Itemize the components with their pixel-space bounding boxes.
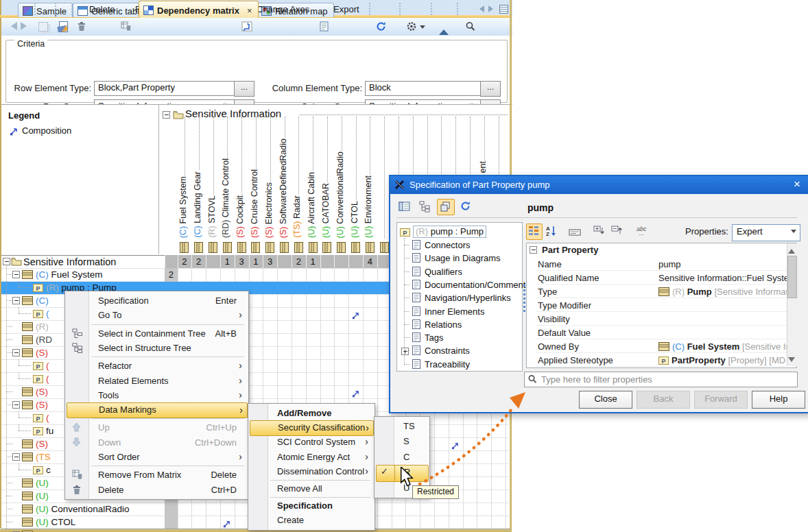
- menu-item-ts[interactable]: TS: [376, 419, 427, 434]
- menu-item-sci-control-system[interactable]: SCI Control System›: [250, 435, 372, 449]
- refresh-icon[interactable]: [376, 21, 387, 34]
- show-tree-icon[interactable]: [419, 201, 431, 215]
- dialog-titlebar[interactable]: Specification of Part Property pump ×: [390, 176, 808, 194]
- collapse-all-icon[interactable]: [611, 226, 623, 239]
- dialog-tree-item[interactable]: Connectors: [425, 240, 470, 250]
- property-value[interactable]: [658, 328, 787, 339]
- tree-expander[interactable]: [12, 453, 20, 461]
- property-value[interactable]: (C) Fuel System [Sensitive Informatio...: [658, 341, 787, 352]
- menu-item-refactor[interactable]: Refactor›: [67, 359, 246, 373]
- menu-item-security-classification[interactable]: Security Classification›: [250, 420, 374, 436]
- tab-list-icon[interactable]: [499, 5, 508, 14]
- menu-item-atomic-energy-act[interactable]: Atomic Energy Act›: [250, 450, 372, 464]
- column-header-11[interactable]: (U) ConventionalRadio: [335, 151, 345, 239]
- property-value[interactable]: [658, 300, 787, 311]
- tree-row-label[interactable]: (C): [36, 295, 49, 306]
- menu-item-s[interactable]: S: [376, 434, 427, 449]
- menu-item-select-in-structure-tree[interactable]: Select in Structure Tree: [67, 341, 246, 355]
- scrollbar-up-icon[interactable]: [788, 245, 795, 254]
- change-axes-button[interactable]: Change Axes: [257, 4, 309, 14]
- column-header-9[interactable]: (U) Aircraft Cabin: [307, 171, 316, 239]
- property-value[interactable]: PPartProperty [Property] [MD Customiz: [658, 355, 787, 366]
- tree-row-label[interactable]: (S): [36, 400, 48, 410]
- remove-from-matrix-icon[interactable]: [121, 21, 132, 34]
- sort-alphabetically-icon[interactable]: AZ: [545, 225, 556, 239]
- tree-row-label[interactable]: (: [46, 374, 49, 384]
- dialog-tree-item[interactable]: Inner Elements: [425, 306, 484, 317]
- menu-item-go-to[interactable]: Go To›: [67, 308, 246, 322]
- dialog-refresh-icon[interactable]: [460, 201, 471, 214]
- filter-field[interactable]: Type here to filter properties: [524, 372, 798, 387]
- tree-row-label[interactable]: (TS: [36, 452, 51, 462]
- tab-sample[interactable]: Sample: [18, 3, 73, 17]
- tab-dependency-matrix[interactable]: Dependency matrix ×: [139, 1, 259, 18]
- column-root-expander[interactable]: [163, 111, 170, 119]
- help-button[interactable]: Help: [752, 391, 805, 409]
- column-header-0[interactable]: (C) Fuel System: [178, 176, 188, 239]
- menu-item-select-in-containment-tree[interactable]: Select in Containment TreeAlt+B: [67, 326, 246, 341]
- menu-item-tools[interactable]: Tools›: [67, 388, 246, 402]
- menu-item-remove-from-matrix[interactable]: Remove From MatrixDelete: [67, 468, 246, 482]
- tree-row-label[interactable]: (U) Environment: [36, 530, 103, 532]
- row-element-type-field[interactable]: Block,Part Property: [94, 81, 235, 96]
- tree-row-label[interactable]: (U): [36, 478, 49, 488]
- tree-row-label[interactable]: c: [46, 465, 51, 475]
- tree-row-label[interactable]: (R): [36, 322, 49, 332]
- column-element-type-browse-button[interactable]: ...: [480, 81, 501, 97]
- menu-item-delete[interactable]: DeleteCtrl+D: [67, 483, 246, 497]
- tree-row-label[interactable]: (U) CTOL: [36, 517, 75, 527]
- group-expander[interactable]: [530, 246, 537, 254]
- group-view-icon-active[interactable]: [526, 223, 543, 240]
- export-button[interactable]: Export: [333, 4, 359, 14]
- properties-mode-select[interactable]: Expert: [732, 224, 800, 241]
- search-icon[interactable]: [465, 21, 475, 34]
- column-header-2[interactable]: (R) STOVL: [207, 195, 217, 239]
- tree-row-label[interactable]: (S): [36, 439, 48, 449]
- column-header-13[interactable]: (U) Environment: [364, 175, 373, 239]
- close-tab-icon[interactable]: ×: [247, 5, 252, 16]
- tree-row-label[interactable]: Sensitive Information: [23, 256, 116, 267]
- menu-item-remove-all[interactable]: Remove All: [250, 481, 372, 496]
- menu-item-dissemination-control[interactable]: Dissemination Control›: [250, 464, 372, 479]
- tree-row-label[interactable]: (RD: [36, 335, 52, 345]
- tab-scroll-left-icon[interactable]: [476, 5, 484, 12]
- tree-row-label[interactable]: (: [46, 309, 49, 319]
- show-form-icon[interactable]: [399, 201, 411, 215]
- back-icon[interactable]: [7, 22, 17, 30]
- tree-expander[interactable]: [12, 271, 20, 278]
- delete-icon[interactable]: [77, 21, 86, 34]
- collapse-criteria-icon[interactable]: [439, 25, 449, 35]
- tree-row-label[interactable]: (: [46, 361, 49, 371]
- dialog-tree-item[interactable]: Qualifiers: [425, 267, 462, 277]
- tree-row-label[interactable]: fu: [46, 426, 54, 436]
- column-header-1[interactable]: (C) Landing Gear: [193, 171, 202, 239]
- dialog-close-icon[interactable]: ×: [794, 178, 800, 191]
- menu-item-specification[interactable]: SpecificationEnter: [67, 293, 246, 308]
- menu-item-up[interactable]: UpCtrl+Up: [67, 420, 246, 435]
- property-value[interactable]: Sensitive Information::Fuel System::pump: [658, 273, 787, 284]
- criteria-icon[interactable]: [59, 21, 68, 32]
- column-header-5[interactable]: (S) Cruise Control: [250, 169, 259, 239]
- tree-row-label[interactable]: (U): [36, 491, 49, 501]
- column-header-6[interactable]: (S) Electronics: [264, 182, 274, 239]
- tree-row-label[interactable]: (S): [36, 348, 48, 358]
- row-element-type-browse-button[interactable]: ...: [234, 81, 254, 97]
- column-header-10[interactable]: (U) CATOBAR: [321, 182, 331, 239]
- tree-expander[interactable]: [3, 258, 10, 265]
- column-header-12[interactable]: (U) CTOL: [350, 200, 359, 239]
- back-button[interactable]: Back: [637, 391, 690, 409]
- dialog-tree-item[interactable]: Constraints: [425, 346, 470, 356]
- forward-icon[interactable]: [21, 22, 31, 30]
- dialog-tree-item[interactable]: Tags: [425, 332, 443, 343]
- column-header-8[interactable]: (TS) Radar: [292, 195, 302, 239]
- menu-item-create[interactable]: Create: [250, 513, 372, 527]
- tab-scroll-right-icon[interactable]: [488, 5, 497, 12]
- property-value[interactable]: [658, 314, 787, 325]
- expand-all-icon[interactable]: [593, 226, 605, 239]
- tree-expander[interactable]: [12, 401, 20, 409]
- column-header-7[interactable]: (S) SoftwareDefinedRadio: [278, 138, 288, 239]
- tree-row-label[interactable]: (C) Fuel System: [36, 269, 103, 280]
- property-value[interactable]: pump: [658, 259, 787, 270]
- scrollbar-down-icon[interactable]: [788, 357, 795, 365]
- dialog-tree-item[interactable]: Usage in Diagrams: [425, 253, 501, 263]
